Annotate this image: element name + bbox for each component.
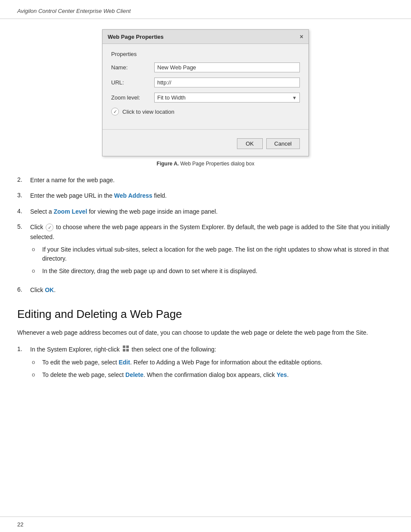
zoom-value: Fit to Width [157, 94, 186, 101]
delete-link[interactable]: Delete [125, 371, 143, 378]
section-sub-1-content: To edit the web page, select Edit. Refer… [42, 358, 394, 367]
step-3: 3. Enter the web page URL in the Web Add… [17, 191, 394, 200]
name-field-row: Name: [111, 62, 300, 72]
section-step-1-content: In the System Explorer, right-click then… [30, 345, 394, 383]
step-2: 2. Enter a name for the web page. [17, 175, 394, 185]
step-2-content: Enter a name for the web page. [30, 175, 394, 185]
svg-rect-3 [126, 349, 129, 352]
step-6-num: 6. [17, 285, 30, 295]
name-input[interactable] [154, 62, 300, 72]
svg-rect-0 [123, 345, 125, 348]
yes-link[interactable]: Yes [277, 371, 287, 378]
dialog-box: Web Page Properties × Properties Name: U… [102, 29, 309, 156]
step-6-content: Click OK. [30, 285, 394, 295]
step-5-sublist: o If your Site includes virtual sub-site… [30, 245, 394, 276]
step-5: 5. Click ✓ to choose where the web page … [17, 222, 394, 279]
ok-button[interactable]: OK [237, 138, 263, 149]
location-text: Click to view location [122, 109, 174, 115]
step-3-content: Enter the web page URL in the Web Addres… [30, 191, 394, 200]
section-step-1-sublist: o To edit the web page, select Edit. Ref… [30, 358, 394, 380]
steps-list: 2. Enter a name for the web page. 3. Ent… [17, 175, 394, 295]
step-4-content: Select a Zoom Level for viewing the web … [30, 207, 394, 216]
sub-bullet-2: o [30, 267, 42, 276]
section-steps-list: 1. In the System Explorer, right-click t… [17, 345, 394, 383]
section-sub-bullet-2: o [30, 370, 42, 380]
cancel-button[interactable]: Cancel [266, 138, 300, 149]
header-title: Avigilon Control Center Enterprise Web C… [17, 8, 131, 14]
dropdown-arrow-icon: ▼ [292, 95, 297, 100]
web-address-link[interactable]: Web Address [114, 192, 153, 199]
dialog-wrapper: Web Page Properties × Properties Name: U… [17, 29, 394, 156]
dialog-titlebar: Web Page Properties × [103, 30, 308, 44]
sub-bullet-1: o [30, 245, 42, 263]
step-5-num: 5. [17, 222, 30, 279]
location-row: ✓ Click to view location [111, 108, 300, 115]
step-2-num: 2. [17, 175, 30, 185]
zoom-label: Zoom level: [111, 94, 154, 101]
url-label: URL: [111, 79, 154, 86]
page-footer: 22 [0, 516, 411, 532]
svg-rect-2 [123, 349, 125, 352]
dialog-title: Web Page Properties [108, 34, 164, 40]
figure-caption: Figure A. Web Page Properties dialog box [17, 161, 394, 167]
page-header: Avigilon Control Center Enterprise Web C… [0, 0, 411, 19]
chevron-circle-icon[interactable]: ✓ [46, 224, 53, 231]
figure-caption-text: Web Page Properties dialog box [181, 161, 255, 167]
step-5-sub-1: o If your Site includes virtual sub-site… [30, 245, 394, 263]
section-intro: Whenever a web page address becomes out … [17, 328, 394, 337]
dialog-footer: OK Cancel [103, 135, 308, 156]
step-6: 6. Click OK. [17, 285, 394, 295]
step-3-num: 3. [17, 191, 30, 200]
dialog-section-label: Properties [111, 51, 300, 57]
step-5-sub-2: o In the Site directory, drag the web pa… [30, 267, 394, 276]
url-input[interactable] [154, 78, 300, 87]
zoom-field-row: Zoom level: Fit to Width ▼ [111, 93, 300, 103]
dialog-separator [103, 129, 308, 130]
dialog-close-button[interactable]: × [300, 33, 303, 40]
zoom-select[interactable]: Fit to Width ▼ [154, 93, 300, 103]
section-sub-2-content: To delete the web page, select Delete. W… [42, 370, 394, 380]
section-step-1: 1. In the System Explorer, right-click t… [17, 345, 394, 383]
step-4: 4. Select a Zoom Level for viewing the w… [17, 207, 394, 216]
location-chevron-icon[interactable]: ✓ [111, 108, 119, 115]
step-5-content: Click ✓ to choose where the web page app… [30, 222, 394, 279]
main-content: Web Page Properties × Properties Name: U… [0, 19, 411, 406]
zoom-level-link[interactable]: Zoom Level [53, 208, 87, 215]
edit-link[interactable]: Edit [118, 359, 130, 366]
section-step-1-num: 1. [17, 345, 30, 383]
step-4-num: 4. [17, 207, 30, 216]
url-field-row: URL: [111, 78, 300, 87]
step-5-sub-1-content: If your Site includes virtual sub-sites,… [42, 245, 394, 263]
svg-rect-1 [126, 345, 129, 348]
dialog-body: Properties Name: URL: Zoom level: Fit to… [103, 44, 308, 126]
ok-link[interactable]: OK [45, 286, 54, 293]
section-sub-bullet-1: o [30, 358, 42, 367]
name-label: Name: [111, 64, 154, 71]
section-sub-1: o To edit the web page, select Edit. Ref… [30, 358, 394, 367]
page-number: 22 [17, 521, 23, 528]
figure-caption-prefix: Figure A. [157, 161, 179, 167]
section-sub-2: o To delete the web page, select Delete.… [30, 370, 394, 380]
section-heading: Editing and Deleting a Web Page [17, 308, 394, 321]
step-5-sub-2-content: In the Site directory, drag the web page… [42, 267, 394, 276]
grid-icon [122, 345, 129, 355]
